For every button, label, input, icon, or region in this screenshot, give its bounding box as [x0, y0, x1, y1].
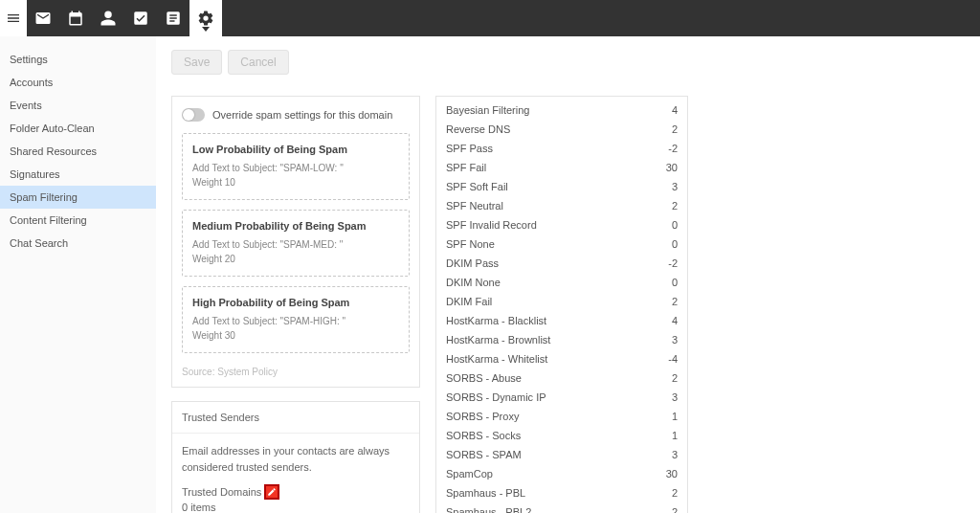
score-row[interactable]: Bayesian Filtering4 — [436, 100, 687, 120]
score-row[interactable]: HostKarma - Brownlist3 — [436, 330, 687, 349]
main-content: Save Cancel Override spam settings for t… — [156, 36, 980, 513]
spam-actions-panel: Override spam settings for this domain L… — [171, 96, 420, 388]
score-value: 3 — [672, 391, 678, 403]
score-name: HostKarma - Brownlist — [446, 334, 550, 346]
score-value: 2 — [672, 487, 678, 499]
score-name: DKIM Pass — [446, 257, 499, 269]
probability-subject: Add Text to Subject: "SPAM-LOW: " — [192, 161, 399, 175]
score-row[interactable]: SPF Invalid Record0 — [436, 215, 687, 234]
mail-icon[interactable] — [27, 0, 59, 36]
score-name: SpamCop — [446, 468, 493, 480]
action-bar: Save Cancel — [171, 50, 289, 75]
score-row[interactable]: DKIM Pass-2 — [436, 254, 687, 273]
override-label: Override spam settings for this domain — [212, 109, 392, 121]
score-name: HostKarma - Blacklist — [446, 315, 546, 326]
sidebar-item[interactable]: Settings — [0, 48, 156, 71]
score-value: 4 — [672, 104, 678, 116]
trusted-senders-hint: Email addresses in your contacts are alw… — [182, 443, 410, 475]
score-row[interactable]: SORBS - Socks1 — [436, 426, 687, 445]
score-name: SORBS - Dynamic IP — [446, 391, 546, 403]
score-value: 3 — [672, 181, 678, 192]
sidebar-item[interactable]: Folder Auto-Clean — [0, 117, 156, 140]
score-name: SORBS - SPAM — [446, 449, 522, 460]
probability-title: Low Probability of Being Spam — [192, 144, 399, 155]
score-value: 2 — [672, 506, 678, 513]
score-name: Reverse DNS — [446, 123, 510, 135]
sidebar: SettingsAccountsEventsFolder Auto-CleanS… — [0, 36, 156, 513]
settings-icon[interactable] — [189, 0, 222, 36]
edit-trusted-domains-button[interactable] — [264, 484, 279, 500]
sidebar-item[interactable]: Spam Filtering — [0, 186, 156, 209]
score-row[interactable]: SORBS - Abuse2 — [436, 368, 687, 388]
score-row[interactable]: SPF Pass-2 — [436, 139, 687, 158]
score-row[interactable]: DKIM Fail2 — [436, 292, 687, 311]
trusted-senders-panel: Trusted Senders Email addresses in your … — [171, 401, 420, 513]
score-value: 3 — [672, 334, 678, 346]
score-row[interactable]: SORBS - Dynamic IP3 — [436, 388, 687, 407]
score-row[interactable]: SORBS - Proxy1 — [436, 407, 687, 426]
score-name: SPF Pass — [446, 143, 493, 154]
score-row[interactable]: SORBS - SPAM3 — [436, 445, 687, 464]
sidebar-item[interactable]: Signatures — [0, 163, 156, 186]
probability-title: Medium Probability of Being Spam — [192, 220, 399, 232]
score-row[interactable]: Spamhaus - PBL22 — [436, 502, 687, 513]
trusted-domains-label: Trusted Domains — [182, 486, 261, 498]
score-value: 30 — [666, 162, 678, 173]
score-name: Spamhaus - PBL — [446, 487, 525, 499]
score-name: SORBS - Socks — [446, 430, 521, 441]
sidebar-item[interactable]: Chat Search — [0, 232, 156, 255]
probability-weight: Weight 20 — [192, 252, 399, 266]
score-value: 1 — [672, 411, 678, 422]
sidebar-item[interactable]: Shared Resources — [0, 140, 156, 163]
score-row[interactable]: Spamhaus - PBL2 — [436, 483, 687, 502]
score-value: 0 — [672, 277, 678, 288]
score-row[interactable]: Reverse DNS2 — [436, 120, 687, 139]
calendar-icon[interactable] — [59, 0, 92, 36]
probability-card[interactable]: Medium Probability of Being SpamAdd Text… — [182, 210, 410, 277]
score-value: 4 — [672, 315, 678, 326]
notes-icon[interactable] — [157, 0, 189, 36]
probability-weight: Weight 10 — [192, 175, 399, 190]
score-row[interactable]: HostKarma - Whitelist-4 — [436, 349, 687, 368]
probability-subject: Add Text to Subject: "SPAM-HIGH: " — [192, 314, 399, 328]
sidebar-item[interactable]: Content Filtering — [0, 209, 156, 232]
score-value: 2 — [672, 372, 678, 384]
score-row[interactable]: DKIM None0 — [436, 273, 687, 292]
score-row[interactable]: SPF Soft Fail3 — [436, 177, 687, 196]
trusted-senders-title: Trusted Senders — [172, 402, 419, 434]
spam-score-list: Bayesian Filtering4Reverse DNS2SPF Pass-… — [435, 96, 688, 513]
source-line: Source: System Policy — [172, 363, 419, 387]
score-row[interactable]: HostKarma - Blacklist4 — [436, 311, 687, 330]
sidebar-item[interactable]: Accounts — [0, 71, 156, 94]
score-name: SPF Soft Fail — [446, 181, 508, 192]
menu-icon[interactable] — [0, 0, 27, 36]
score-row[interactable]: SPF None0 — [436, 234, 687, 254]
score-row[interactable]: SPF Fail30 — [436, 158, 687, 177]
score-value: -2 — [668, 257, 678, 269]
score-value: 2 — [672, 200, 678, 212]
override-toggle[interactable] — [182, 108, 205, 122]
probability-card[interactable]: High Probability of Being SpamAdd Text t… — [182, 286, 410, 353]
tasks-icon[interactable] — [124, 0, 157, 36]
cancel-button[interactable]: Cancel — [228, 50, 288, 75]
probability-subject: Add Text to Subject: "SPAM-MED: " — [192, 237, 399, 252]
probability-card[interactable]: Low Probability of Being SpamAdd Text to… — [182, 133, 410, 200]
contacts-icon[interactable] — [92, 0, 124, 36]
sidebar-item[interactable]: Events — [0, 94, 156, 117]
score-value: -4 — [668, 353, 678, 365]
score-value: 0 — [672, 238, 678, 250]
score-name: Bayesian Filtering — [446, 104, 529, 116]
probability-title: High Probability of Being Spam — [192, 297, 399, 308]
score-value: 3 — [672, 449, 678, 460]
score-name: SPF None — [446, 238, 495, 250]
score-name: SPF Fail — [446, 162, 486, 173]
score-row[interactable]: SpamCop30 — [436, 464, 687, 483]
score-row[interactable]: SPF Neutral2 — [436, 196, 687, 215]
probability-weight: Weight 30 — [192, 328, 399, 343]
score-value: -2 — [668, 143, 678, 154]
score-name: HostKarma - Whitelist — [446, 353, 547, 365]
score-value: 1 — [672, 430, 678, 441]
score-value: 2 — [672, 123, 678, 135]
score-name: SORBS - Proxy — [446, 411, 519, 422]
save-button[interactable]: Save — [171, 50, 222, 75]
